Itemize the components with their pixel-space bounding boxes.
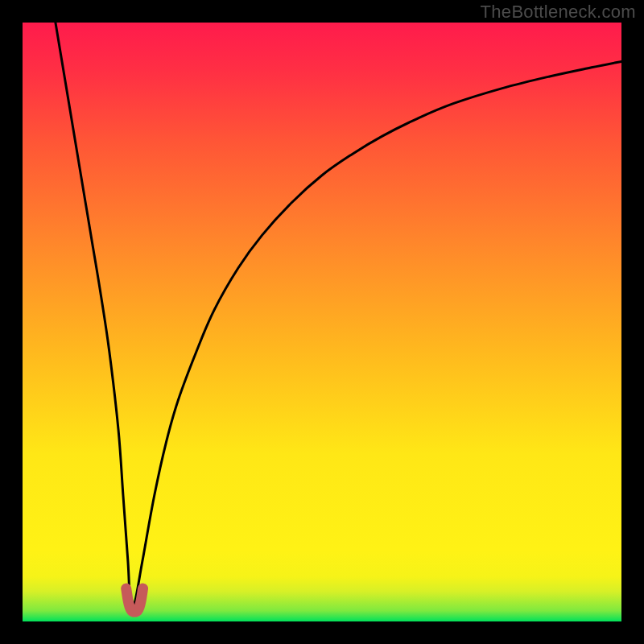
chart-frame: TheBottleneck.com bbox=[0, 0, 644, 644]
chart-svg bbox=[23, 23, 621, 621]
gradient-background bbox=[23, 23, 621, 621]
watermark-text: TheBottleneck.com bbox=[481, 2, 636, 23]
plot-area bbox=[23, 23, 621, 621]
